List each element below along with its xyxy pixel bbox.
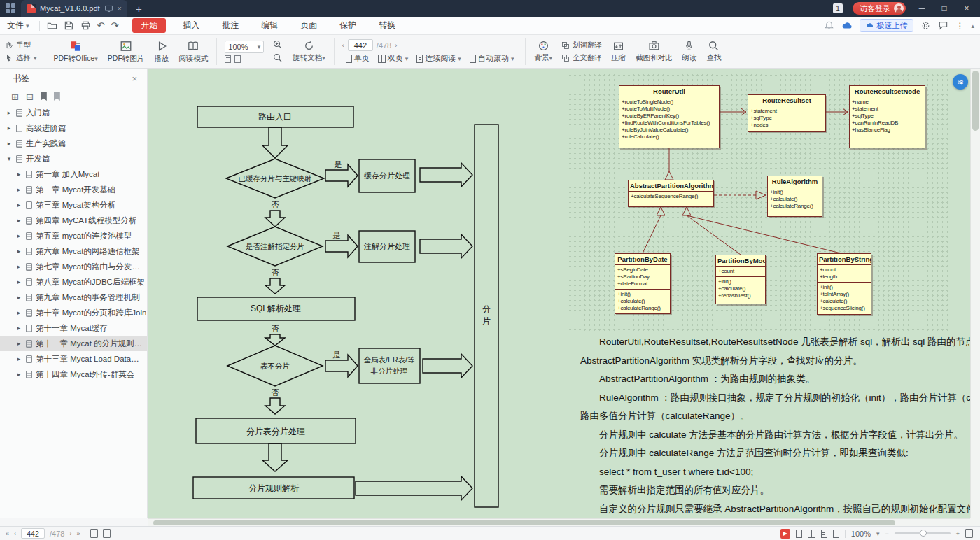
bookmark-item[interactable]: ▸第五章 mycat的连接池模型 — [0, 228, 147, 243]
maximize-button[interactable]: □ — [938, 3, 951, 13]
bookmark-item[interactable]: ▸第二章 Mycat开发基础 — [0, 182, 147, 197]
select-tool-button[interactable]: 选择 ▾ — [4, 53, 37, 63]
login-button[interactable]: 访客登录 — [853, 2, 906, 15]
prev-page-icon[interactable]: ‹ — [342, 42, 344, 49]
edit-bookmark-icon[interactable] — [54, 92, 60, 101]
tab-page[interactable]: 页面 — [295, 18, 323, 33]
expand-icon[interactable]: ▸ — [15, 294, 22, 301]
expand-all-icon[interactable]: ⊞ — [11, 92, 19, 102]
read-aloud-button[interactable]: 朗读 — [677, 40, 701, 63]
expand-icon[interactable]: ▸ — [15, 325, 22, 332]
bookmark-item[interactable]: ▸第十二章 Mycat 的分片规则设计 — [0, 336, 147, 351]
horizontal-scrollbar[interactable] — [148, 518, 970, 526]
book-view-icon[interactable] — [833, 530, 839, 538]
next-page-icon[interactable]: › — [395, 42, 397, 49]
next-page-icon[interactable]: › — [69, 530, 71, 537]
tab-close-icon[interactable]: × — [118, 4, 122, 13]
zoom-out-button[interactable]: − — [885, 530, 888, 537]
tab-convert[interactable]: 转换 — [373, 18, 401, 33]
bookmark-item[interactable]: ▸第一章 加入Mycat — [0, 166, 147, 182]
print-icon[interactable] — [80, 20, 91, 31]
autoscroll-button[interactable]: 自动滚动 ▾ — [466, 53, 518, 64]
full-translate-button[interactable]: 全文翻译 — [561, 53, 602, 63]
gear-icon[interactable] — [920, 20, 931, 31]
fullscreen-icon[interactable] — [965, 529, 973, 538]
screenshot-button[interactable]: 截图和对比 — [631, 40, 678, 63]
double-page-button[interactable]: 双页 ▾ — [374, 53, 412, 64]
bookmark-item[interactable]: ▸生产实践篇 — [0, 136, 147, 151]
prev-page-icon[interactable]: ‹ — [14, 530, 16, 537]
tab-home[interactable]: 开始 — [132, 18, 166, 33]
fit-width-icon[interactable] — [225, 55, 231, 63]
expand-icon[interactable]: ▸ — [15, 278, 22, 285]
zoom-select[interactable]: 100% ▾ — [225, 41, 264, 53]
read-mode-button[interactable]: 阅读模式 — [174, 40, 213, 64]
find-button[interactable]: 查找 — [701, 40, 726, 63]
bookmark-item[interactable]: ▸第九章 Mycat的事务管理机制 — [0, 290, 147, 305]
bookmark-item[interactable]: ▸第十三章 Mycat Load Data源码 — [0, 351, 147, 367]
bookmark-item[interactable]: ▸高级进阶篇 — [0, 120, 147, 136]
fast-upload-button[interactable]: 极速上传 — [860, 19, 913, 32]
continuous-button[interactable]: 连续阅读 ▾ — [413, 53, 465, 64]
bookmark-item[interactable]: ▾开发篇 — [0, 151, 147, 166]
rotate-button[interactable]: 旋转文档▾ — [288, 40, 330, 63]
expand-icon[interactable]: ▸ — [6, 140, 13, 147]
close-button[interactable]: × — [960, 3, 973, 13]
status-zoom-value[interactable]: 100% — [851, 530, 871, 538]
double-page-view-icon[interactable] — [808, 530, 816, 538]
app-home-icon[interactable] — [6, 3, 15, 13]
collapse-ribbon-icon[interactable]: ▴ — [971, 22, 974, 29]
bookmark-item[interactable]: ▸第四章 MyCAT线程模型分析 — [0, 213, 147, 228]
compress-button[interactable]: 压缩 — [606, 40, 631, 63]
save-icon[interactable] — [64, 20, 74, 31]
bookmark-item[interactable]: ▸第八章 Mycat的JDBC后端框架 — [0, 274, 147, 290]
vertical-scrollbar[interactable] — [970, 69, 980, 518]
panel-close-icon[interactable]: × — [132, 73, 137, 84]
document-tab[interactable]: Mycat_V1.6.0.pdf × — [21, 0, 127, 17]
tab-insert[interactable]: 插入 — [177, 18, 205, 33]
expand-icon[interactable]: ▸ — [6, 125, 13, 132]
collapse-all-icon[interactable]: ⊟ — [26, 92, 34, 102]
expand-icon[interactable]: ▸ — [15, 371, 22, 378]
feedback-icon[interactable] — [938, 20, 948, 31]
bookmark-item[interactable]: ▸第十四章 Mycat外传-群英会 — [0, 367, 147, 382]
file-menu[interactable]: 文件 ▾ — [0, 20, 36, 31]
zoom-slider-thumb[interactable] — [920, 530, 927, 537]
bookmark-item[interactable]: ▸入门篇 — [0, 105, 147, 120]
horizontal-scrollbar-thumb[interactable] — [153, 520, 895, 525]
hand-tool-button[interactable]: 手型 — [4, 41, 37, 50]
floating-nav-button[interactable]: ≋ — [953, 74, 968, 90]
redo-icon[interactable]: ↷ — [111, 20, 118, 31]
expand-icon[interactable]: ▸ — [15, 186, 22, 193]
last-page-icon[interactable]: » — [76, 530, 80, 537]
play-button[interactable]: 播放 — [149, 40, 174, 64]
first-page-icon[interactable]: « — [6, 530, 9, 537]
minimize-button[interactable]: ─ — [916, 3, 928, 13]
vertical-scrollbar-thumb[interactable] — [972, 71, 979, 131]
collapse-icon[interactable]: ▾ — [6, 155, 13, 162]
pdf-to-image-button[interactable]: PDF转图片 — [103, 40, 150, 64]
expand-icon[interactable]: ▸ — [15, 340, 22, 347]
page-input[interactable] — [348, 39, 373, 51]
bookmark-item[interactable]: ▸第十一章 Mycat缓存 — [0, 320, 147, 336]
tab-protect[interactable]: 保护 — [334, 18, 362, 33]
expand-icon[interactable]: ▸ — [6, 109, 13, 116]
send-to-device-icon[interactable] — [104, 4, 113, 13]
bookmark-item[interactable]: ▸第七章 Mycat的路由与分发流程 — [0, 259, 147, 274]
status-page-input[interactable] — [21, 528, 45, 539]
zoom-out-icon[interactable] — [272, 52, 284, 64]
bookmark-item[interactable]: ▸第六章 Mycat的网络通信框架 — [0, 243, 147, 259]
more-menu-icon[interactable]: ⋮ — [955, 21, 964, 31]
single-page-view-icon[interactable] — [796, 530, 802, 538]
pdf-page[interactable]: 路由入口 已缓存分片与主键映射 是 缓存分片处理 否 是否注解指定分片 是 注解… — [148, 69, 970, 518]
bookmark-item[interactable]: ▸第三章 Mycat架构分析 — [0, 197, 147, 213]
thumbnail-view-icon[interactable] — [90, 529, 98, 538]
expand-icon[interactable]: ▸ — [15, 217, 22, 224]
continuous-view-icon[interactable] — [821, 530, 827, 538]
expand-icon[interactable]: ▸ — [15, 201, 22, 208]
expand-icon[interactable]: ▸ — [15, 232, 22, 239]
cloud-logo-icon[interactable] — [841, 20, 853, 31]
expand-icon[interactable]: ▸ — [15, 171, 22, 178]
edit-page-icon[interactable] — [103, 529, 111, 538]
open-file-icon[interactable] — [47, 20, 57, 31]
